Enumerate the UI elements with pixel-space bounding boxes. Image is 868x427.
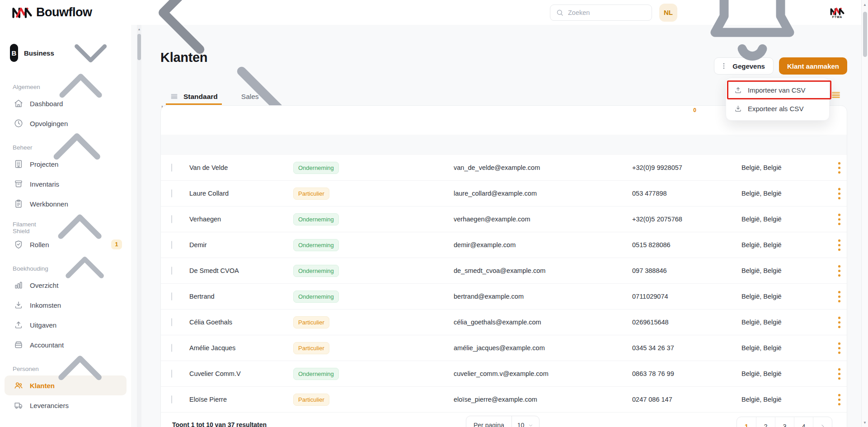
- row-checkbox[interactable]: [171, 318, 172, 326]
- scroll-down-arrow[interactable]: ▼: [862, 421, 868, 425]
- customer-name: Amélie Jacques: [189, 344, 293, 352]
- page-button-3[interactable]: 3: [775, 417, 794, 427]
- row-actions-button[interactable]: [831, 237, 848, 253]
- bell-icon: [685, 0, 820, 80]
- filter-count-badge: 0: [693, 107, 696, 113]
- page-button-1[interactable]: 1: [737, 417, 756, 427]
- type-badge: Particulier: [293, 394, 329, 406]
- brand-name: Bouwflow: [36, 5, 92, 19]
- chevron-up-icon[interactable]: [39, 328, 121, 410]
- avatar-caption: FTWA: [832, 15, 842, 19]
- download-tray-icon: [14, 300, 23, 310]
- page-button-2[interactable]: 2: [756, 417, 775, 427]
- type-badge: Particulier: [293, 188, 329, 200]
- type-badge: Onderneming: [293, 265, 339, 277]
- tab-sales[interactable]: Sales: [237, 89, 263, 105]
- row-checkbox[interactable]: [171, 292, 172, 300]
- sidebar-collapse-button[interactable]: [118, 0, 253, 80]
- notifications-button[interactable]: 2: [685, 0, 820, 80]
- sidebar-scrollbar[interactable]: ▲: [137, 25, 141, 427]
- customer-name: Bertrand: [189, 293, 293, 300]
- row-checkbox[interactable]: [171, 370, 172, 378]
- truck-icon: [14, 400, 23, 410]
- language-switcher[interactable]: NL: [659, 4, 677, 22]
- row-actions-button[interactable]: [831, 314, 848, 331]
- customer-name: Cuvelier Comm.V: [189, 370, 293, 377]
- per-page-select[interactable]: 10: [512, 416, 540, 427]
- row-checkbox[interactable]: [171, 344, 172, 352]
- row-actions-button[interactable]: [831, 340, 848, 357]
- user-avatar[interactable]: FTWA: [827, 3, 847, 23]
- customer-name: Demir: [189, 241, 293, 249]
- tab-label: Standaard: [183, 93, 218, 101]
- table-row: Célia Goethals Particulier célia_goethal…: [161, 310, 847, 335]
- next-page-button[interactable]: [813, 417, 832, 427]
- type-badge: Onderneming: [293, 291, 339, 303]
- page-button-4[interactable]: 4: [794, 417, 813, 427]
- section-label: Beheer: [13, 144, 33, 151]
- sidebar-item-label: Rollen: [30, 241, 49, 249]
- page-scrollbar[interactable]: ▲ ▼: [861, 0, 868, 427]
- home-icon: [14, 99, 23, 108]
- clipboard-icon: [14, 199, 23, 209]
- chevron-up-icon[interactable]: [48, 232, 121, 305]
- table-row: Verhaegen Onderneming verhaegen@example.…: [161, 206, 847, 232]
- section-label: Boekhouding: [13, 265, 48, 272]
- row-checkbox[interactable]: [171, 189, 172, 197]
- row-checkbox[interactable]: [171, 395, 172, 404]
- tab-standaard[interactable]: Standaard: [166, 89, 222, 105]
- menu-item-label: Exporteer als CSV: [748, 105, 803, 113]
- row-checkbox[interactable]: [171, 241, 172, 249]
- row-actions-button[interactable]: [831, 160, 848, 176]
- customer-phone: +32(0)5 2075768: [632, 216, 741, 223]
- customer-email: célia_goethals@example.com: [454, 319, 632, 326]
- global-search-input[interactable]: [568, 9, 646, 16]
- sidebar: B Business Algemeen Dashboard Opvolginge…: [0, 25, 131, 427]
- customer-email: eloïse_pierre@example.com: [454, 396, 632, 403]
- table-row: Eloïse Pierre Particulier eloïse_pierre@…: [161, 387, 847, 413]
- customer-email: van_de_velde@example.com: [454, 164, 632, 171]
- customer-email: cuvelier_comm.v@example.com: [454, 370, 632, 377]
- sidebar-item-label: Overzicht: [30, 282, 58, 289]
- upload-tray-icon: [14, 320, 23, 330]
- customer-country: België, België: [741, 164, 831, 171]
- row-actions-button[interactable]: [831, 288, 848, 305]
- type-badge: Particulier: [293, 342, 329, 354]
- customer-country: België, België: [741, 319, 831, 326]
- customer-email: verhaegen@example.com: [454, 216, 632, 223]
- row-actions-button[interactable]: [831, 366, 848, 382]
- table-header-row: Naam Type Status E-mail Telefoonnummer L…: [161, 135, 847, 155]
- bouwflow-logo-icon: [12, 6, 33, 19]
- download-tray-icon: [734, 104, 742, 113]
- upload-tray-icon: [734, 86, 742, 94]
- row-checkbox[interactable]: [171, 215, 172, 223]
- row-actions-button[interactable]: [831, 263, 848, 279]
- type-badge: Onderneming: [293, 213, 339, 225]
- customer-name: Laure Collard: [189, 190, 293, 197]
- row-actions-button[interactable]: [831, 185, 848, 202]
- customer-email: bertrand@example.com: [454, 293, 632, 300]
- sidebar-item-label: Inkomsten: [30, 301, 61, 309]
- row-checkbox[interactable]: [171, 164, 172, 172]
- row-checkbox[interactable]: [171, 267, 172, 275]
- global-search[interactable]: [550, 5, 652, 21]
- pager: 1234: [737, 417, 832, 427]
- customer-phone: 0269615648: [632, 319, 741, 326]
- tab-label: Sales: [241, 93, 259, 101]
- type-badge: Onderneming: [293, 162, 339, 174]
- chevron-up-icon[interactable]: [33, 103, 121, 192]
- row-actions-button[interactable]: [831, 391, 848, 408]
- scroll-up-arrow[interactable]: ▲: [862, 3, 868, 7]
- sidebar-section: Personen Klanten Leveranciers: [0, 362, 131, 415]
- orange-grip-icon[interactable]: [830, 89, 841, 100]
- menu-item-export-csv[interactable]: Exporteer als CSV: [729, 101, 826, 116]
- sidebar-item-label: Projecten: [30, 160, 58, 168]
- row-actions-button[interactable]: [831, 211, 848, 228]
- chart-icon: [14, 280, 23, 290]
- search-icon: [556, 9, 564, 17]
- customer-name: Van de Velde: [189, 164, 293, 171]
- menu-item-import-csv[interactable]: Importeer van CSV: [729, 82, 826, 98]
- table-row: Laure Collard Particulier laure_collard@…: [161, 181, 847, 206]
- customer-phone: 0711029074: [632, 293, 741, 300]
- page-scroll-thumb[interactable]: [863, 12, 867, 57]
